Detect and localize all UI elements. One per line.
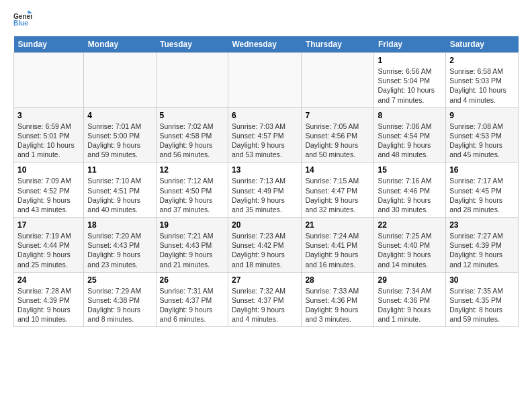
- day-info: Sunrise: 7:21 AM Sunset: 4:43 PM Dayligh…: [160, 231, 224, 269]
- day-info: Sunrise: 7:31 AM Sunset: 4:37 PM Dayligh…: [160, 286, 224, 324]
- day-info: Sunrise: 7:09 AM Sunset: 4:52 PM Dayligh…: [17, 176, 80, 214]
- day-info: Sunrise: 7:35 AM Sunset: 4:35 PM Dayligh…: [449, 286, 515, 324]
- day-number: 18: [87, 220, 152, 230]
- day-number: 6: [232, 111, 298, 120]
- day-number: 16: [449, 165, 515, 175]
- day-cell: 1Sunrise: 6:56 AM Sunset: 5:04 PM Daylig…: [374, 53, 446, 108]
- header: General Blue: [13, 11, 519, 30]
- day-cell: 3Sunrise: 6:59 AM Sunset: 5:01 PM Daylig…: [14, 107, 84, 163]
- day-cell: 14Sunrise: 7:15 AM Sunset: 4:47 PM Dayli…: [302, 163, 374, 218]
- day-cell: 25Sunrise: 7:29 AM Sunset: 4:38 PM Dayli…: [84, 272, 156, 327]
- day-number: 25: [87, 275, 152, 285]
- day-info: Sunrise: 7:10 AM Sunset: 4:51 PM Dayligh…: [87, 176, 152, 214]
- col-header-saturday: Saturday: [446, 36, 519, 53]
- day-cell: 22Sunrise: 7:25 AM Sunset: 4:40 PM Dayli…: [374, 218, 446, 273]
- day-info: Sunrise: 7:20 AM Sunset: 4:43 PM Dayligh…: [87, 231, 152, 269]
- day-info: Sunrise: 7:08 AM Sunset: 4:53 PM Dayligh…: [449, 122, 515, 160]
- week-row-2: 3Sunrise: 6:59 AM Sunset: 5:01 PM Daylig…: [14, 107, 519, 163]
- day-number: 20: [232, 220, 298, 230]
- day-info: Sunrise: 7:17 AM Sunset: 4:45 PM Dayligh…: [449, 176, 515, 214]
- day-info: Sunrise: 7:23 AM Sunset: 4:42 PM Dayligh…: [232, 231, 298, 269]
- day-info: Sunrise: 7:34 AM Sunset: 4:36 PM Dayligh…: [378, 286, 442, 324]
- day-number: 9: [449, 111, 515, 120]
- day-cell: 21Sunrise: 7:24 AM Sunset: 4:41 PM Dayli…: [302, 218, 374, 273]
- col-header-friday: Friday: [374, 36, 446, 53]
- week-row-3: 10Sunrise: 7:09 AM Sunset: 4:52 PM Dayli…: [14, 163, 519, 218]
- day-info: Sunrise: 7:01 AM Sunset: 5:00 PM Dayligh…: [87, 122, 152, 160]
- day-number: 11: [87, 165, 152, 175]
- calendar-header-row: SundayMondayTuesdayWednesdayThursdayFrid…: [14, 36, 519, 53]
- svg-text:General: General: [13, 13, 32, 20]
- week-row-5: 24Sunrise: 7:28 AM Sunset: 4:39 PM Dayli…: [14, 272, 519, 327]
- col-header-wednesday: Wednesday: [228, 36, 301, 53]
- day-info: Sunrise: 7:28 AM Sunset: 4:39 PM Dayligh…: [17, 286, 80, 324]
- logo: General Blue: [13, 11, 35, 30]
- day-info: Sunrise: 7:19 AM Sunset: 4:44 PM Dayligh…: [17, 231, 80, 269]
- day-number: 21: [305, 220, 370, 230]
- day-info: Sunrise: 7:32 AM Sunset: 4:37 PM Dayligh…: [232, 286, 298, 324]
- day-number: 12: [160, 165, 224, 175]
- day-info: Sunrise: 7:33 AM Sunset: 4:36 PM Dayligh…: [305, 286, 370, 324]
- day-number: 23: [449, 220, 515, 230]
- day-cell: 29Sunrise: 7:34 AM Sunset: 4:36 PM Dayli…: [374, 272, 446, 327]
- day-info: Sunrise: 7:27 AM Sunset: 4:39 PM Dayligh…: [449, 231, 515, 269]
- day-cell: 8Sunrise: 7:06 AM Sunset: 4:54 PM Daylig…: [374, 107, 446, 163]
- day-cell: 20Sunrise: 7:23 AM Sunset: 4:42 PM Dayli…: [228, 218, 301, 273]
- col-header-tuesday: Tuesday: [156, 36, 228, 53]
- day-cell: [84, 53, 156, 108]
- day-number: 22: [378, 220, 442, 230]
- week-row-1: 1Sunrise: 6:56 AM Sunset: 5:04 PM Daylig…: [14, 53, 519, 108]
- day-cell: 19Sunrise: 7:21 AM Sunset: 4:43 PM Dayli…: [156, 218, 228, 273]
- day-cell: 7Sunrise: 7:05 AM Sunset: 4:56 PM Daylig…: [302, 107, 374, 163]
- day-info: Sunrise: 7:13 AM Sunset: 4:49 PM Dayligh…: [232, 176, 298, 214]
- day-cell: 9Sunrise: 7:08 AM Sunset: 4:53 PM Daylig…: [446, 107, 519, 163]
- day-cell: 4Sunrise: 7:01 AM Sunset: 5:00 PM Daylig…: [84, 107, 156, 163]
- day-number: 27: [232, 275, 298, 285]
- day-number: 30: [449, 275, 515, 285]
- day-number: 24: [17, 275, 80, 285]
- day-info: Sunrise: 7:06 AM Sunset: 4:54 PM Dayligh…: [378, 122, 442, 160]
- day-info: Sunrise: 7:05 AM Sunset: 4:56 PM Dayligh…: [305, 122, 370, 160]
- day-info: Sunrise: 7:16 AM Sunset: 4:46 PM Dayligh…: [378, 176, 442, 214]
- week-row-4: 17Sunrise: 7:19 AM Sunset: 4:44 PM Dayli…: [14, 218, 519, 273]
- col-header-sunday: Sunday: [14, 36, 84, 53]
- day-number: 28: [305, 275, 370, 285]
- day-number: 5: [160, 111, 224, 120]
- day-number: 7: [305, 111, 370, 120]
- svg-marker-2: [28, 11, 32, 13]
- day-cell: 2Sunrise: 6:58 AM Sunset: 5:03 PM Daylig…: [446, 53, 519, 108]
- day-info: Sunrise: 6:59 AM Sunset: 5:01 PM Dayligh…: [17, 122, 80, 160]
- day-cell: 26Sunrise: 7:31 AM Sunset: 4:37 PM Dayli…: [156, 272, 228, 327]
- day-cell: [156, 53, 228, 108]
- day-number: 13: [232, 165, 298, 175]
- day-number: 8: [378, 111, 442, 120]
- day-number: 29: [378, 275, 442, 285]
- day-cell: 18Sunrise: 7:20 AM Sunset: 4:43 PM Dayli…: [84, 218, 156, 273]
- day-number: 14: [305, 165, 370, 175]
- day-number: 19: [160, 220, 224, 230]
- day-info: Sunrise: 7:15 AM Sunset: 4:47 PM Dayligh…: [305, 176, 370, 214]
- day-cell: 16Sunrise: 7:17 AM Sunset: 4:45 PM Dayli…: [446, 163, 519, 218]
- day-cell: 6Sunrise: 7:03 AM Sunset: 4:57 PM Daylig…: [228, 107, 301, 163]
- day-number: 3: [17, 111, 80, 120]
- day-info: Sunrise: 7:03 AM Sunset: 4:57 PM Dayligh…: [232, 122, 298, 160]
- day-number: 26: [160, 275, 224, 285]
- day-cell: [302, 53, 374, 108]
- day-info: Sunrise: 6:58 AM Sunset: 5:03 PM Dayligh…: [449, 66, 515, 105]
- calendar-table: SundayMondayTuesdayWednesdayThursdayFrid…: [13, 36, 519, 327]
- day-number: 4: [87, 111, 152, 120]
- col-header-thursday: Thursday: [302, 36, 374, 53]
- day-cell: 24Sunrise: 7:28 AM Sunset: 4:39 PM Dayli…: [14, 272, 84, 327]
- day-number: 10: [17, 165, 80, 175]
- day-cell: 12Sunrise: 7:12 AM Sunset: 4:50 PM Dayli…: [156, 163, 228, 218]
- col-header-monday: Monday: [84, 36, 156, 53]
- day-cell: [14, 53, 84, 108]
- day-info: Sunrise: 7:25 AM Sunset: 4:40 PM Dayligh…: [378, 231, 442, 269]
- day-cell: 15Sunrise: 7:16 AM Sunset: 4:46 PM Dayli…: [374, 163, 446, 218]
- day-info: Sunrise: 7:12 AM Sunset: 4:50 PM Dayligh…: [160, 176, 224, 214]
- day-number: 2: [449, 56, 515, 65]
- logo-icon: General Blue: [13, 11, 32, 30]
- day-number: 17: [17, 220, 80, 230]
- day-cell: 17Sunrise: 7:19 AM Sunset: 4:44 PM Dayli…: [14, 218, 84, 273]
- day-cell: 30Sunrise: 7:35 AM Sunset: 4:35 PM Dayli…: [446, 272, 519, 327]
